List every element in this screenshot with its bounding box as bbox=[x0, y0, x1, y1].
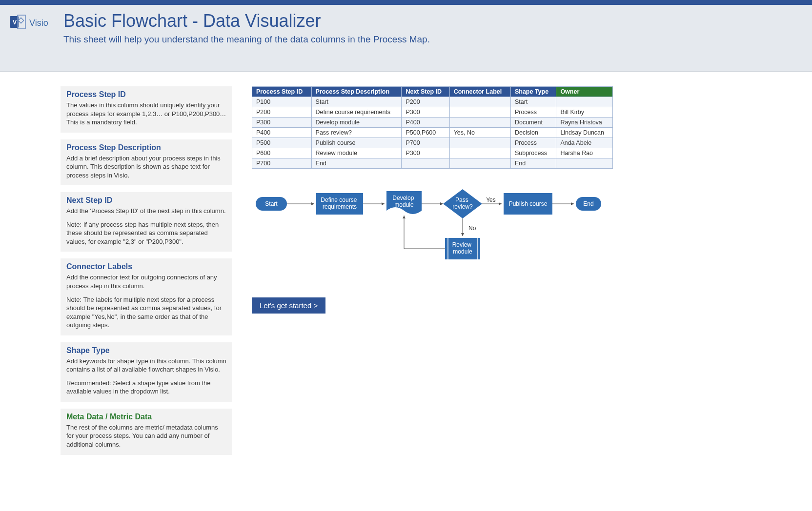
table-cell: Decision bbox=[510, 128, 556, 138]
definition-title: Meta Data / Metric Data bbox=[66, 413, 226, 421]
table-cell: P200 bbox=[252, 107, 312, 118]
flow-publish: Publish course bbox=[509, 200, 548, 207]
table-cell: Process bbox=[510, 138, 556, 148]
definition-title: Next Step ID bbox=[66, 196, 226, 205]
table-cell: P400 bbox=[402, 118, 449, 128]
table-cell: P100 bbox=[252, 97, 312, 107]
table-cell: P300 bbox=[252, 118, 312, 128]
table-header: Owner bbox=[556, 87, 613, 97]
table-cell: Process bbox=[510, 107, 556, 118]
table-cell bbox=[556, 97, 613, 107]
definition-text: The rest of the columns are metric/ meta… bbox=[66, 423, 226, 449]
definition-card: Shape TypeAdd keywords for shape type in… bbox=[61, 342, 232, 402]
table-row: P200Define course requirementsP300Proces… bbox=[252, 107, 613, 118]
definition-card: Next Step IDAdd the 'Process Step ID' of… bbox=[61, 192, 232, 252]
table-cell: End bbox=[311, 158, 402, 169]
table-cell: P200 bbox=[402, 97, 449, 107]
svg-text:Review
          module: Review module bbox=[452, 241, 473, 255]
svg-rect-2 bbox=[18, 15, 25, 29]
table-row: P300Develop moduleP400DocumentRayna Hris… bbox=[252, 118, 613, 128]
table-cell: Bill Kirby bbox=[556, 107, 613, 118]
definition-text: Recommended: Select a shape type value f… bbox=[66, 379, 226, 396]
table-cell bbox=[449, 158, 510, 169]
definition-text: Add a brief description about your proce… bbox=[66, 154, 226, 180]
flow-define-l2: requirements bbox=[323, 203, 357, 210]
definition-card: Connector LabelsAdd the connector text f… bbox=[61, 258, 232, 335]
table-cell: Subprocess bbox=[510, 148, 556, 158]
definition-card: Process Step DescriptionAdd a brief desc… bbox=[61, 139, 232, 186]
table-cell bbox=[449, 148, 510, 158]
table-row: P600Review moduleP300SubprocessHarsha Ra… bbox=[252, 148, 613, 158]
header-banner: V Visio Basic Flowchart - Data Visualize… bbox=[0, 5, 812, 72]
visio-icon: V bbox=[10, 14, 26, 32]
definition-title: Connector Labels bbox=[66, 262, 226, 271]
definition-title: Process Step ID bbox=[66, 90, 226, 99]
get-started-button[interactable]: Let's get started > bbox=[252, 297, 325, 314]
top-accent-bar bbox=[0, 0, 812, 5]
svg-text:Pass
          review?: Pass review? bbox=[452, 197, 473, 210]
table-header: Next Step ID bbox=[402, 87, 449, 97]
table-cell bbox=[556, 158, 613, 169]
table-cell: P300 bbox=[402, 148, 449, 158]
table-row: P100StartP200Start bbox=[252, 97, 613, 107]
flow-end: End bbox=[583, 200, 593, 207]
table-cell: Start bbox=[510, 97, 556, 107]
table-cell: P300 bbox=[402, 107, 449, 118]
definition-title: Process Step Description bbox=[66, 143, 226, 152]
table-cell bbox=[449, 138, 510, 148]
app-name: Visio bbox=[29, 18, 48, 28]
table-cell: Harsha Rao bbox=[556, 148, 613, 158]
table-cell: Pass review? bbox=[311, 128, 402, 138]
page-title: Basic Flowchart - Data Visualizer bbox=[63, 11, 802, 31]
definition-text: Note: If any process step has multiple n… bbox=[66, 220, 226, 246]
table-cell bbox=[449, 118, 510, 128]
table-cell: P700 bbox=[252, 158, 312, 169]
table-row: P500Publish courseP700ProcessAnda Abele bbox=[252, 138, 613, 148]
table-cell bbox=[449, 107, 510, 118]
table-row: P700EndEnd bbox=[252, 158, 613, 169]
flow-yes: Yes bbox=[486, 197, 496, 203]
flow-start: Start bbox=[265, 200, 278, 207]
table-cell: P600 bbox=[252, 148, 312, 158]
flow-no: No bbox=[468, 225, 476, 232]
table-cell: Yes, No bbox=[449, 128, 510, 138]
table-cell: P700 bbox=[402, 138, 449, 148]
app-logo: V Visio bbox=[10, 14, 59, 62]
svg-text:Define course
          requir: Define course requirements bbox=[321, 197, 358, 210]
table-cell: Start bbox=[311, 97, 402, 107]
table-cell: Rayna Hristova bbox=[556, 118, 613, 128]
table-header: Connector Label bbox=[449, 87, 510, 97]
definition-text: Add the 'Process Step ID' of the next st… bbox=[66, 207, 226, 216]
table-cell bbox=[449, 97, 510, 107]
table-cell: Review module bbox=[311, 148, 402, 158]
table-cell: End bbox=[510, 158, 556, 169]
flow-define-l1: Define course bbox=[321, 197, 357, 203]
table-cell: P400 bbox=[252, 128, 312, 138]
table-cell: Develop module bbox=[311, 118, 402, 128]
table-cell: P500,P600 bbox=[402, 128, 449, 138]
table-header: Process Step Description bbox=[311, 87, 402, 97]
definition-card: Meta Data / Metric DataThe rest of the c… bbox=[61, 409, 232, 455]
svg-text:Develop
          module: Develop module bbox=[392, 195, 415, 208]
table-cell: P500 bbox=[252, 138, 312, 148]
table-cell: Define course requirements bbox=[311, 107, 402, 118]
page-subtitle: This sheet will help you understand the … bbox=[63, 34, 802, 45]
definition-text: The values in this column should uniquel… bbox=[66, 101, 226, 127]
svg-rect-3 bbox=[18, 18, 23, 23]
definition-text: Note: The labels for multiple next steps… bbox=[66, 295, 226, 330]
svg-text:V: V bbox=[13, 19, 17, 26]
table-cell: Lindsay Duncan bbox=[556, 128, 613, 138]
definitions-column: Process Step IDThe values in this column… bbox=[61, 86, 232, 455]
table-header: Shape Type bbox=[510, 87, 556, 97]
table-row: P400Pass review?P500,P600Yes, NoDecision… bbox=[252, 128, 613, 138]
table-cell: Publish course bbox=[311, 138, 402, 148]
flowchart-diagram: Start Define course requirements Develop… bbox=[252, 183, 613, 283]
table-cell bbox=[402, 158, 449, 169]
table-header: Process Step ID bbox=[252, 87, 312, 97]
table-cell: Document bbox=[510, 118, 556, 128]
table-cell: Anda Abele bbox=[556, 138, 613, 148]
definition-text: Add the connector text for outgoing conn… bbox=[66, 273, 226, 290]
definition-card: Process Step IDThe values in this column… bbox=[61, 86, 232, 133]
definition-title: Shape Type bbox=[66, 346, 226, 355]
process-map-table: Process Step IDProcess Step DescriptionN… bbox=[252, 86, 613, 169]
